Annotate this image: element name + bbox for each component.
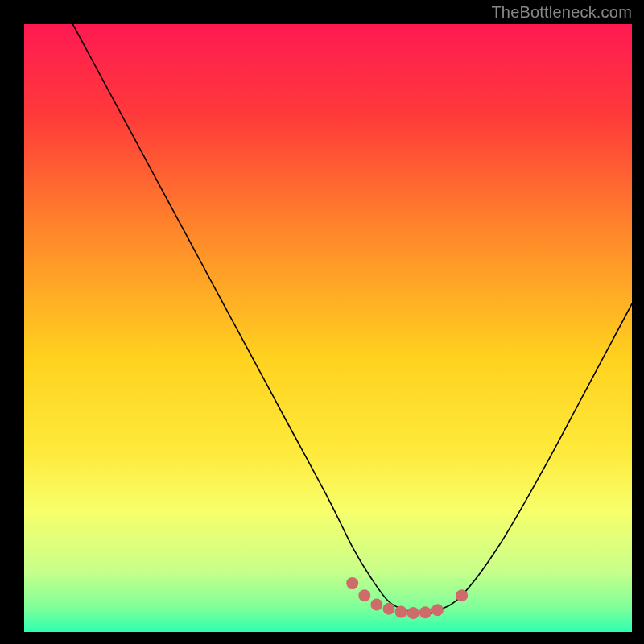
plot-area [24,24,632,632]
curve-marker [358,589,370,601]
curve-marker [383,603,395,615]
curve-marker [456,589,468,601]
curve-marker [419,606,431,618]
gradient-background [24,24,632,632]
watermark-text: TheBottleneck.com [491,3,632,22]
curve-marker [395,606,407,618]
curve-marker [407,607,419,619]
curve-marker [346,577,358,589]
curve-marker [370,599,382,611]
plot-svg [24,24,632,632]
chart-frame: TheBottleneck.com [0,0,644,644]
curve-marker [431,604,444,616]
